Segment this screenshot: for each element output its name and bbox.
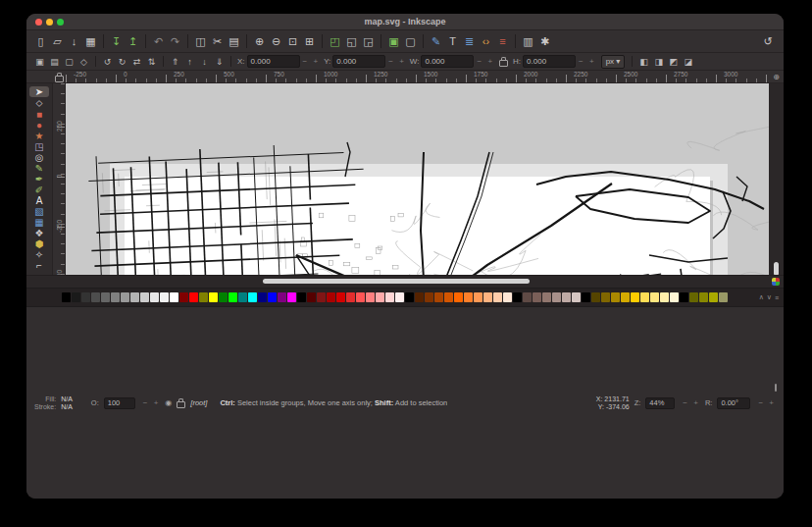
xml-editor-icon[interactable]: ‹› [478,33,494,49]
palette-swatch[interactable] [336,292,345,302]
color-management-icon[interactable] [772,278,780,286]
text-tool[interactable]: A [29,195,49,206]
vertical-ruler[interactable]: 2500-250-500-750-1000-1250-1500 [53,83,66,275]
selection-touch-icon[interactable]: ◇ [76,55,91,68]
palette-swatch[interactable] [601,292,610,302]
select-all-layers-icon[interactable]: ▤ [47,55,62,68]
zoom-spinner[interactable]: − + [683,398,700,407]
affect-gradients-icon[interactable]: ◩ [666,55,681,68]
connector-tool[interactable]: ⌐ [29,260,49,271]
palette-swatch[interactable] [327,292,335,302]
opacity-field[interactable]: 100 [104,397,135,409]
bucket-tool[interactable]: ⬢ [29,238,49,249]
horizontal-scrollbar-thumb[interactable] [263,279,530,284]
w-field[interactable]: W:0.000− + [410,55,494,68]
palette-swatch[interactable] [680,292,688,302]
raise-icon[interactable]: ↑ [182,55,197,68]
affect-stroke-icon[interactable]: ◧ [636,55,651,68]
palette-swatch[interactable] [425,292,433,302]
palette-swatch[interactable] [533,292,541,302]
palette-swatch[interactable] [189,292,198,302]
palette-swatch[interactable] [513,292,522,302]
opacity-spinner[interactable]: − + [143,398,161,407]
palette-swatch[interactable] [199,292,208,302]
palette-swatch[interactable] [160,292,169,302]
palette-swatch[interactable] [346,292,355,302]
palette-swatch[interactable] [542,292,551,302]
palette-swatch[interactable] [140,292,149,302]
rectangle-tool[interactable]: ■ [29,109,49,120]
palette-swatch[interactable] [81,292,90,302]
ellipse-tool[interactable]: ● [29,120,49,131]
x-field[interactable]: X:0.000− + [237,55,320,68]
palette-swatch[interactable] [434,292,443,302]
minimize-button[interactable] [46,19,53,26]
vertical-scrollbar[interactable] [769,83,784,275]
zoom-1-1-icon[interactable]: ⊡ [284,33,301,49]
horizontal-ruler[interactable]: -250025050075010001250150017502000225025… [66,71,769,82]
palette-swatch[interactable] [611,292,620,302]
palette-swatch[interactable] [72,292,80,302]
h-field[interactable]: H:0.000− + [513,55,596,68]
title-bar[interactable]: map.svg - Inkscape [26,14,784,30]
ungroup-objects-icon[interactable]: ▢ [402,33,419,49]
pen-tool[interactable]: ✒ [29,174,49,184]
palette-swatch[interactable] [91,292,100,302]
lower-icon[interactable]: ↓ [197,55,212,68]
close-button[interactable] [35,19,42,26]
vertical-scrollbar-thumb[interactable] [774,262,779,276]
duplicate-icon[interactable]: ◰ [327,33,343,49]
gradient-tool[interactable]: ▧ [29,206,49,217]
lock-guides-icon[interactable] [55,76,64,82]
palette-up-icon[interactable]: ∧ [759,293,764,301]
palette-swatch[interactable] [660,292,669,302]
palette-swatch[interactable] [591,292,600,302]
undo-icon[interactable]: ↶ [150,33,167,49]
select-all-icon[interactable]: ▣ [32,55,47,68]
text-dialog-icon[interactable]: T [444,33,461,49]
layer-name[interactable]: [root] [190,398,207,407]
pencil-tool[interactable]: ✎ [29,163,49,174]
palette-swatch[interactable] [709,292,718,302]
palette-swatch[interactable] [385,292,394,302]
raise-to-top-icon[interactable]: ⇑ [168,55,182,68]
h-field-value[interactable]: 0.000 [523,55,576,68]
zoom-page-icon[interactable]: ⊞ [301,33,318,49]
copy-icon[interactable]: ◫ [192,33,209,49]
zoom-window-button[interactable] [57,19,64,26]
layer-lock-icon[interactable] [177,401,185,408]
palette-swatch[interactable] [307,292,316,302]
y-field-spinner[interactable]: − + [388,57,406,66]
palette-swatch[interactable] [415,292,424,302]
palette-swatch[interactable] [150,292,159,302]
spiral-tool[interactable]: ◎ [29,152,49,163]
palette-swatch[interactable] [228,292,237,302]
palette-swatch[interactable] [395,292,404,302]
undo-history-icon[interactable]: ↺ [760,33,776,49]
palette-swatch[interactable] [405,292,414,302]
palette-swatch[interactable] [101,292,110,302]
palette-swatch[interactable] [523,292,532,302]
palette-swatch[interactable] [317,292,326,302]
palette-swatch[interactable] [287,292,296,302]
palette-swatch[interactable] [699,292,708,302]
palette-swatch[interactable] [219,292,228,302]
palette-swatch[interactable] [248,292,257,302]
palette-swatch[interactable] [464,292,473,302]
dropper-tool[interactable]: ❖ [29,228,49,238]
calligraphy-tool[interactable]: ✐ [29,184,49,195]
palette-swatch[interactable] [582,292,590,302]
fill-value[interactable]: N/A [61,395,73,403]
palette-swatch[interactable] [552,292,561,302]
import-bitmap-icon[interactable]: ↧ [108,33,125,49]
h-field-spinner[interactable]: − + [579,57,596,66]
palette-down-icon[interactable]: ∨ [767,293,772,301]
x-field-value[interactable]: 0.000 [247,55,300,68]
node-tool[interactable]: ⬦ [29,97,49,109]
star-tool[interactable]: ★ [29,131,49,141]
palette-swatch[interactable] [278,292,286,302]
selector-tool[interactable]: ➤ [29,86,49,97]
w-field-value[interactable]: 0.000 [421,55,474,68]
palette-menu-icon[interactable]: ≡ [775,294,779,301]
unlink-clone-icon[interactable]: ◲ [360,33,377,49]
